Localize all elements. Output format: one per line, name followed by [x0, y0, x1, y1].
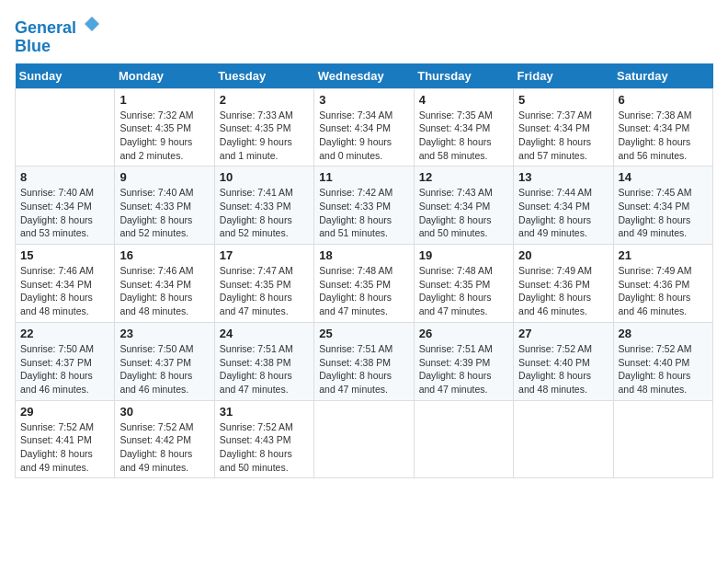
- logo: General Blue: [15, 15, 101, 56]
- day-info: Sunrise: 7:40 AM Sunset: 4:34 PM Dayligh…: [20, 186, 109, 240]
- day-cell-16: 16 Sunrise: 7:46 AM Sunset: 4:34 PM Dayl…: [115, 245, 214, 323]
- day-info: Sunrise: 7:37 AM Sunset: 4:34 PM Dayligh…: [518, 109, 608, 163]
- day-cell-2: 2 Sunrise: 7:33 AM Sunset: 4:35 PM Dayli…: [214, 88, 313, 167]
- day-info: Sunrise: 7:35 AM Sunset: 4:34 PM Dayligh…: [419, 109, 508, 163]
- day-info: Sunrise: 7:51 AM Sunset: 4:39 PM Dayligh…: [419, 342, 508, 396]
- day-number: 30: [119, 405, 209, 419]
- day-info: Sunrise: 7:32 AM Sunset: 4:35 PM Dayligh…: [119, 109, 209, 163]
- day-number: 4: [419, 93, 508, 107]
- day-number: 31: [220, 405, 309, 419]
- day-info: Sunrise: 7:51 AM Sunset: 4:38 PM Dayligh…: [220, 342, 309, 396]
- weekday-header-friday: Friday: [514, 63, 613, 89]
- calendar-week-5: 29 Sunrise: 7:52 AM Sunset: 4:41 PM Dayl…: [16, 400, 713, 478]
- day-cell-21: 21 Sunrise: 7:49 AM Sunset: 4:36 PM Dayl…: [613, 245, 712, 323]
- day-info: Sunrise: 7:45 AM Sunset: 4:34 PM Dayligh…: [619, 186, 708, 240]
- day-info: Sunrise: 7:49 AM Sunset: 4:36 PM Dayligh…: [619, 264, 708, 318]
- day-cell-6: 6 Sunrise: 7:38 AM Sunset: 4:34 PM Dayli…: [613, 88, 712, 167]
- day-info: Sunrise: 7:48 AM Sunset: 4:35 PM Dayligh…: [319, 264, 408, 318]
- day-number: 6: [619, 93, 708, 107]
- empty-cell: [514, 400, 613, 478]
- day-cell-9: 9 Sunrise: 7:40 AM Sunset: 4:33 PM Dayli…: [115, 167, 214, 245]
- day-number: 20: [518, 248, 608, 262]
- day-number: 9: [119, 170, 209, 184]
- day-cell-27: 27 Sunrise: 7:52 AM Sunset: 4:40 PM Dayl…: [514, 322, 613, 400]
- day-cell-5: 5 Sunrise: 7:37 AM Sunset: 4:34 PM Dayli…: [514, 88, 613, 167]
- day-number: 2: [220, 93, 309, 107]
- weekday-header-row: SundayMondayTuesdayWednesdayThursdayFrid…: [16, 63, 713, 89]
- day-number: 3: [319, 93, 408, 107]
- day-number: 15: [20, 248, 109, 262]
- day-number: 11: [319, 170, 408, 184]
- calendar-week-3: 15 Sunrise: 7:46 AM Sunset: 4:34 PM Dayl…: [16, 245, 713, 323]
- day-info: Sunrise: 7:51 AM Sunset: 4:38 PM Dayligh…: [319, 342, 408, 396]
- day-cell-25: 25 Sunrise: 7:51 AM Sunset: 4:38 PM Dayl…: [314, 322, 414, 400]
- day-number: 22: [20, 327, 109, 340]
- day-cell-20: 20 Sunrise: 7:49 AM Sunset: 4:36 PM Dayl…: [514, 245, 613, 323]
- day-number: 5: [518, 93, 608, 107]
- day-number: 16: [119, 248, 209, 262]
- day-cell-29: 29 Sunrise: 7:52 AM Sunset: 4:41 PM Dayl…: [16, 400, 115, 478]
- empty-cell: [314, 400, 414, 478]
- page-header: General Blue: [15, 15, 713, 56]
- day-info: Sunrise: 7:44 AM Sunset: 4:34 PM Dayligh…: [518, 186, 608, 240]
- day-info: Sunrise: 7:38 AM Sunset: 4:34 PM Dayligh…: [619, 109, 708, 163]
- day-cell-1: 1 Sunrise: 7:32 AM Sunset: 4:35 PM Dayli…: [115, 88, 214, 167]
- weekday-header-thursday: Thursday: [414, 63, 513, 89]
- day-number: 28: [619, 327, 708, 340]
- day-info: Sunrise: 7:47 AM Sunset: 4:35 PM Dayligh…: [220, 264, 309, 318]
- day-cell-11: 11 Sunrise: 7:42 AM Sunset: 4:33 PM Dayl…: [314, 167, 414, 245]
- day-cell-30: 30 Sunrise: 7:52 AM Sunset: 4:42 PM Dayl…: [115, 400, 214, 478]
- empty-cell: [613, 400, 712, 478]
- day-info: Sunrise: 7:52 AM Sunset: 4:40 PM Dayligh…: [518, 342, 608, 396]
- day-info: Sunrise: 7:52 AM Sunset: 4:42 PM Dayligh…: [119, 420, 209, 475]
- day-cell-10: 10 Sunrise: 7:41 AM Sunset: 4:33 PM Dayl…: [214, 167, 313, 245]
- day-number: 17: [220, 248, 309, 262]
- day-cell-31: 31 Sunrise: 7:52 AM Sunset: 4:43 PM Dayl…: [214, 400, 313, 478]
- day-info: Sunrise: 7:48 AM Sunset: 4:35 PM Dayligh…: [419, 264, 508, 318]
- day-cell-22: 22 Sunrise: 7:50 AM Sunset: 4:37 PM Dayl…: [16, 322, 115, 400]
- day-number: 24: [220, 327, 309, 340]
- day-number: 26: [419, 327, 508, 340]
- day-number: 1: [119, 93, 209, 107]
- day-cell-17: 17 Sunrise: 7:47 AM Sunset: 4:35 PM Dayl…: [214, 245, 313, 323]
- day-info: Sunrise: 7:46 AM Sunset: 4:34 PM Dayligh…: [20, 264, 109, 318]
- day-number: 19: [419, 248, 508, 262]
- calendar-week-1: 1 Sunrise: 7:32 AM Sunset: 4:35 PM Dayli…: [16, 88, 713, 167]
- day-info: Sunrise: 7:52 AM Sunset: 4:43 PM Dayligh…: [220, 420, 309, 475]
- day-number: 25: [319, 327, 408, 340]
- weekday-header-saturday: Saturday: [613, 63, 712, 89]
- day-number: 13: [518, 170, 608, 184]
- day-number: 29: [20, 405, 109, 419]
- day-info: Sunrise: 7:52 AM Sunset: 4:41 PM Dayligh…: [20, 420, 109, 475]
- day-number: 8: [20, 170, 109, 184]
- day-info: Sunrise: 7:41 AM Sunset: 4:33 PM Dayligh…: [220, 186, 309, 240]
- day-info: Sunrise: 7:43 AM Sunset: 4:34 PM Dayligh…: [419, 186, 508, 240]
- day-info: Sunrise: 7:50 AM Sunset: 4:37 PM Dayligh…: [20, 342, 109, 396]
- weekday-header-tuesday: Tuesday: [214, 63, 313, 89]
- empty-cell: [414, 400, 513, 478]
- day-number: 12: [419, 170, 508, 184]
- day-info: Sunrise: 7:52 AM Sunset: 4:40 PM Dayligh…: [619, 342, 708, 396]
- weekday-header-sunday: Sunday: [16, 63, 115, 89]
- day-cell-13: 13 Sunrise: 7:44 AM Sunset: 4:34 PM Dayl…: [514, 167, 613, 245]
- day-number: 23: [119, 327, 209, 340]
- day-info: Sunrise: 7:49 AM Sunset: 4:36 PM Dayligh…: [518, 264, 608, 318]
- day-cell-4: 4 Sunrise: 7:35 AM Sunset: 4:34 PM Dayli…: [414, 88, 513, 167]
- weekday-header-wednesday: Wednesday: [314, 63, 414, 89]
- day-cell-14: 14 Sunrise: 7:45 AM Sunset: 4:34 PM Dayl…: [613, 167, 712, 245]
- calendar-week-4: 22 Sunrise: 7:50 AM Sunset: 4:37 PM Dayl…: [16, 322, 713, 400]
- day-cell-3: 3 Sunrise: 7:34 AM Sunset: 4:34 PM Dayli…: [314, 88, 414, 167]
- logo-general: General: [15, 18, 76, 37]
- day-number: 21: [619, 248, 708, 262]
- day-cell-28: 28 Sunrise: 7:52 AM Sunset: 4:40 PM Dayl…: [613, 322, 712, 400]
- day-cell-23: 23 Sunrise: 7:50 AM Sunset: 4:37 PM Dayl…: [115, 322, 214, 400]
- day-cell-15: 15 Sunrise: 7:46 AM Sunset: 4:34 PM Dayl…: [16, 245, 115, 323]
- weekday-header-monday: Monday: [115, 63, 214, 89]
- svg-marker-1: [86, 18, 97, 29]
- day-info: Sunrise: 7:40 AM Sunset: 4:33 PM Dayligh…: [119, 186, 209, 240]
- logo-icon: [83, 15, 101, 33]
- day-cell-18: 18 Sunrise: 7:48 AM Sunset: 4:35 PM Dayl…: [314, 245, 414, 323]
- day-number: 14: [619, 170, 708, 184]
- day-info: Sunrise: 7:42 AM Sunset: 4:33 PM Dayligh…: [319, 186, 408, 240]
- calendar-week-2: 8 Sunrise: 7:40 AM Sunset: 4:34 PM Dayli…: [16, 167, 713, 245]
